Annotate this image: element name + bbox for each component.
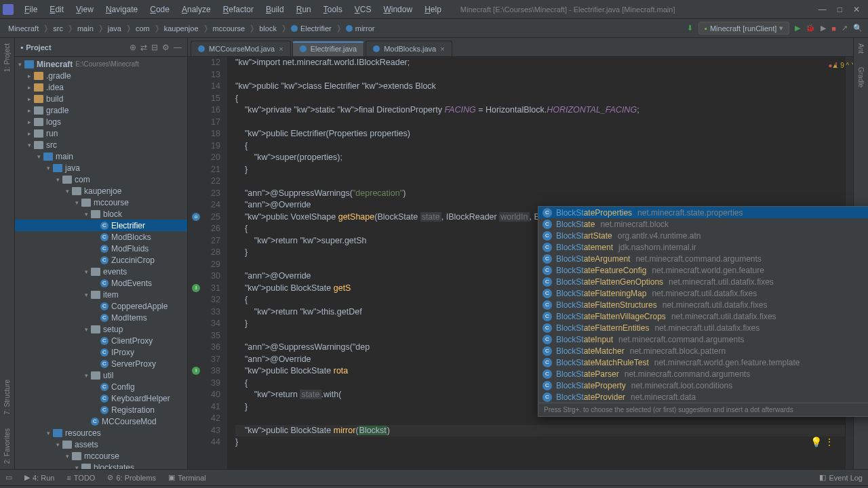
menu-code[interactable]: Code (144, 2, 175, 17)
tree-item-item[interactable]: ▾item (15, 289, 187, 300)
completion-item[interactable]: CBlockStateMatchernet.minecraft.block.pa… (538, 345, 868, 357)
maximize-button[interactable]: □ (837, 5, 842, 14)
favorites-tool-tab[interactable]: 2: Favorites (3, 428, 11, 464)
tree-item-zuccinicrop[interactable]: CZucciniCrop (15, 254, 187, 266)
menu-run[interactable]: Run (291, 2, 317, 17)
terminal-tool-tab[interactable]: ▣Terminal (168, 473, 206, 482)
run-tool-tab[interactable]: ▶4: Run (24, 473, 54, 482)
breadcrumb-block[interactable]: block (256, 24, 279, 33)
tree-item-events[interactable]: ▾events (15, 266, 187, 277)
menu-analyze[interactable]: Analyze (176, 2, 216, 17)
editor-tab-mccoursemod-java[interactable]: MCCourseMod.java× (191, 41, 291, 56)
completion-item[interactable]: CBlockStatePropertiesnet.minecraft.state… (538, 207, 868, 218)
tree-item-java[interactable]: ▾java (15, 162, 187, 174)
tree-item-src[interactable]: ▾src (15, 139, 187, 150)
tree-item-keyboardhelper[interactable]: CKeyboardHelper (15, 392, 187, 404)
editor-tab-modblocks-java[interactable]: ModBlocks.java× (366, 41, 452, 56)
tree-item-com[interactable]: ▾com (15, 174, 187, 185)
completion-item[interactable]: CBlockStatePropertynet.minecraft.loot.co… (538, 380, 868, 391)
completion-item[interactable]: CBlockStateMatchRuleTestnet.minecraft.wo… (538, 357, 868, 368)
editor-tab-electrifier-java[interactable]: Electrifier.java (292, 41, 364, 56)
hide-panel-icon[interactable]: — (174, 43, 182, 52)
stop-button[interactable]: ■ (831, 24, 836, 33)
tree-item-block[interactable]: ▾block (15, 208, 187, 220)
menu-navigate[interactable]: Navigate (100, 2, 143, 17)
project-tree[interactable]: ▾MinecraftE:\Courses\Minecraft▸.gradle▸.… (15, 57, 187, 469)
tree-item-resources[interactable]: ▾resources (15, 427, 187, 439)
breadcrumb-java[interactable]: java (105, 24, 124, 33)
completion-item[interactable]: CBlockStateProvidernet.minecraft.data (538, 391, 868, 403)
tree-item-util[interactable]: ▾util (15, 369, 187, 381)
intention-bulb-icon[interactable]: 💡 ⋮ (810, 436, 834, 447)
tree-item-config[interactable]: CConfig (15, 381, 187, 392)
menu-edit[interactable]: Edit (44, 2, 69, 17)
tree-item-mccourse[interactable]: ▾mccourse (15, 197, 187, 208)
expand-all-icon[interactable]: ⇄ (140, 43, 147, 52)
build-icon[interactable]: ⬇ (687, 24, 693, 33)
tree-item-iproxy[interactable]: CIProxy (15, 346, 187, 358)
completion-item[interactable]: CBlockStateFlatteningMapnet.minecraft.ut… (538, 287, 868, 299)
completion-item[interactable]: CBlockStatenet.minecraft.block (538, 218, 868, 230)
breadcrumb-minecraft[interactable]: Minecraft (5, 24, 41, 33)
completion-item[interactable]: CBlockStateFeatureConfignet.minecraft.wo… (538, 264, 868, 276)
tree-item-modevents[interactable]: CModEvents (15, 277, 187, 289)
completion-item[interactable]: CBlockStartStateorg.antlr.v4.runtime.atn (538, 230, 868, 241)
menu-build[interactable]: Build (260, 2, 290, 17)
editor-gutter[interactable]: 1213141516171819202122232425o26272829303… (188, 57, 227, 469)
run-config-selector[interactable]: ▪ Minecraft [runClient] ▾ (698, 22, 789, 35)
tree-item-gradle[interactable]: ▸gradle (15, 104, 187, 116)
tree-item-run[interactable]: ▸run (15, 127, 187, 139)
breadcrumb-mccourse[interactable]: mccourse (210, 24, 248, 33)
breadcrumb-com[interactable]: com (133, 24, 153, 33)
tree-item-mccoursemod[interactable]: CMCCourseMod (15, 415, 187, 427)
menu-refactor[interactable]: Refactor (218, 2, 259, 17)
completion-item[interactable]: CBlockStateFlattenGenOptionsnet.minecraf… (538, 276, 868, 287)
completion-item[interactable]: CBlockStateParsernet.minecraft.command.a… (538, 368, 868, 380)
breadcrumb-mirror[interactable]: mirror (343, 24, 378, 33)
tree-item--gradle[interactable]: ▸.gradle (15, 70, 187, 81)
completion-item[interactable]: CBlockStateFlattenStructuresnet.minecraf… (538, 299, 868, 310)
tree-item-modblocks[interactable]: CModBlocks (15, 231, 187, 243)
search-icon[interactable]: 🔍 (853, 24, 863, 33)
breadcrumb-kaupenjoe[interactable]: kaupenjoe (161, 24, 201, 33)
collapse-all-icon[interactable]: ⊟ (151, 43, 158, 52)
breadcrumb-electrifier[interactable]: Electrifier (288, 24, 334, 33)
ant-tool-tab[interactable]: Ant (857, 43, 865, 54)
debug-button[interactable]: 🐞 (806, 24, 815, 33)
tree-item-clientproxy[interactable]: CClientProxy (15, 335, 187, 346)
tree-root[interactable]: ▾MinecraftE:\Courses\Minecraft (15, 58, 187, 70)
close-button[interactable]: ✕ (853, 5, 860, 14)
menu-tools[interactable]: Tools (318, 2, 348, 17)
breadcrumb-src[interactable]: src (50, 24, 66, 33)
problems-tool-tab[interactable]: ⊘6: Problems (107, 473, 156, 482)
menu-help[interactable]: Help (419, 2, 447, 17)
tree-item-assets[interactable]: ▾assets (15, 439, 187, 450)
tree-item-modfluids[interactable]: CModFluids (15, 243, 187, 254)
tree-item-registration[interactable]: CRegistration (15, 404, 187, 415)
event-log-tab[interactable]: ◧Event Log (819, 473, 863, 482)
breadcrumb-main[interactable]: main (75, 24, 96, 33)
gradle-tool-tab[interactable]: Gradle (857, 67, 865, 87)
menu-file[interactable]: File (19, 2, 43, 17)
tree-item-electrifier[interactable]: CElectrifier (15, 220, 187, 231)
menu-vcs[interactable]: VCS (349, 2, 377, 17)
tree-item-main[interactable]: ▾main (15, 150, 187, 162)
tree-item-copperedapple[interactable]: CCopperedApple (15, 300, 187, 312)
tree-item-kaupenjoe[interactable]: ▾kaupenjoe (15, 185, 187, 197)
settings-icon[interactable]: ⚙ (162, 43, 170, 52)
update-button[interactable]: ↗ (842, 24, 848, 33)
completion-item[interactable]: CBlockStateArgumentnet.minecraft.command… (538, 253, 868, 264)
project-view-selector[interactable]: ▪ (20, 43, 23, 52)
completion-item[interactable]: CBlockStateFlattenVillageCropsnet.minecr… (538, 310, 868, 322)
run-with-coverage-button[interactable]: ▶ (821, 24, 826, 33)
menu-window[interactable]: Window (378, 2, 418, 17)
show-tool-windows-icon[interactable]: ▭ (5, 473, 12, 482)
completion-item[interactable]: CBlockStatementjdk.nashorn.internal.ir (538, 241, 868, 253)
structure-tool-tab[interactable]: 7: Structure (3, 380, 11, 415)
tree-item--idea[interactable]: ▸.idea (15, 81, 187, 93)
todo-tool-tab[interactable]: ≡TODO (66, 474, 95, 482)
tree-item-mccourse[interactable]: ▾mccourse (15, 450, 187, 462)
tree-item-serverproxy[interactable]: CServerProxy (15, 358, 187, 369)
tree-item-blockstates[interactable]: ▾blockstates (15, 462, 187, 469)
project-tool-tab[interactable]: 1: Project (3, 43, 11, 72)
